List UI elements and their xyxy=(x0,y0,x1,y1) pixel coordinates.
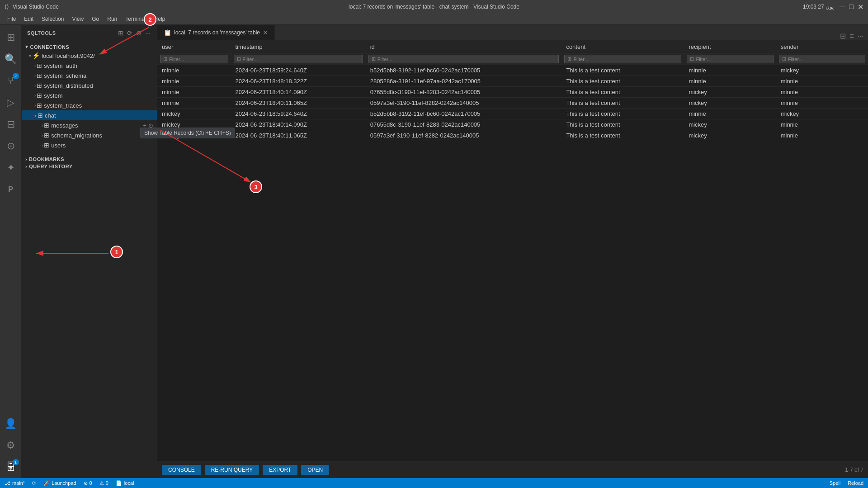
export-button[interactable]: EXPORT xyxy=(263,465,297,475)
activity-extensions[interactable]: ⊟ xyxy=(0,114,22,135)
disconnect-button[interactable]: ⊗ xyxy=(135,28,142,38)
refresh-connections-button[interactable]: ⟳ xyxy=(126,28,133,38)
tree-item-system-distributed[interactable]: › ⊞ system_distributed xyxy=(22,81,157,90)
filter-icon-user: ⊞ xyxy=(163,56,167,62)
activity-explorer[interactable]: ⊞ xyxy=(0,27,22,48)
table-container: user timestamp id content recipient send… xyxy=(157,41,868,461)
filter-input-timestamp[interactable]: ⊞ Filter... xyxy=(234,55,363,63)
tree-item-messages[interactable]: › ⊞ messages + ⊙ xyxy=(22,120,157,130)
console-button[interactable]: CONSOLE xyxy=(162,465,201,475)
table-row: minnie2024-06-23T18:48:18.322Z2805286a-3… xyxy=(157,76,868,87)
menu-view[interactable]: View xyxy=(68,15,87,23)
menu-run[interactable]: Run xyxy=(104,15,121,23)
title-bar-title: local: 7 records on 'messages' table - c… xyxy=(349,4,519,10)
tree-item-users[interactable]: › ⊞ users xyxy=(22,140,157,150)
menu-edit[interactable]: Edit xyxy=(20,15,37,23)
cell-content: This is a test content xyxy=(561,65,684,76)
table-header-row: user timestamp id content recipient send… xyxy=(157,41,868,53)
warning-icon: ⚠ xyxy=(99,480,104,486)
status-launchpad[interactable]: 🚀 Launchpad xyxy=(43,480,76,486)
activity-packages[interactable]: P xyxy=(0,179,22,200)
activity-run[interactable]: ▷ xyxy=(0,92,22,114)
filter-input-user[interactable]: ⊞ Filter... xyxy=(160,55,228,63)
open-button[interactable]: OPEN xyxy=(301,465,329,475)
menu-go[interactable]: Go xyxy=(88,15,103,23)
close-button[interactable]: ✕ xyxy=(857,4,863,10)
cell-id: b52d5bb8-3192-11ef-bc60-0242ac170005 xyxy=(366,109,562,119)
menu-help[interactable]: Help xyxy=(151,15,169,23)
tree-item-system[interactable]: › ⊞ system xyxy=(22,90,157,100)
branch-label: main* xyxy=(12,480,25,486)
chevron-messages: › xyxy=(42,123,43,128)
menu-terminal[interactable]: Terminal xyxy=(122,15,149,23)
tree-item-system-auth[interactable]: › ⊞ system_auth xyxy=(22,61,157,71)
app-name: Visual Studio Code xyxy=(13,4,59,10)
label-system: system xyxy=(44,92,62,99)
table-icon-schema-migrations: ⊞ xyxy=(44,132,49,139)
status-spell[interactable]: Spell xyxy=(830,480,840,486)
bookmarks-header[interactable]: › BOOKMARKS xyxy=(22,156,157,163)
cell-user: minnie xyxy=(157,65,231,76)
status-sync[interactable]: ⟳ xyxy=(32,480,36,486)
tree-item-schema-migrations[interactable]: › ⊞ schema_migrations xyxy=(22,130,157,140)
bookmarks-label: BOOKMARKS xyxy=(29,156,64,162)
activity-account[interactable]: 👤 xyxy=(0,413,22,435)
filter-input-id[interactable]: ⊞ Filter... xyxy=(368,55,559,63)
cell-recipient: minnie xyxy=(684,76,776,87)
cell-recipient: mickey xyxy=(684,119,776,130)
activity-search[interactable]: 🔍 xyxy=(0,48,22,70)
status-reload[interactable]: Reload xyxy=(848,480,863,486)
maximize-button[interactable]: □ xyxy=(848,4,854,10)
cell-id: 0597a3ef-3190-11ef-8282-0242ac140005 xyxy=(366,130,562,141)
connections-header[interactable]: ▾ CONNECTIONS xyxy=(22,43,157,51)
col-header-timestamp: timestamp xyxy=(231,41,366,53)
status-branch[interactable]: ⎇ main* xyxy=(5,480,25,486)
split-editor-button[interactable]: ⊞ xyxy=(840,32,846,40)
cell-id: b52d5bb8-3192-11ef-bc60-0242ac170005 xyxy=(366,65,562,76)
activity-database[interactable]: 🗄 1 xyxy=(0,456,22,478)
filter-placeholder-recipient: Filter... xyxy=(696,57,711,62)
add-connection-button[interactable]: ⊞ xyxy=(117,28,124,38)
cell-recipient: mickey xyxy=(684,87,776,98)
tree-item-system-schema[interactable]: › ⊞ system_schema xyxy=(22,71,157,81)
filter-placeholder-content: Filter... xyxy=(573,57,588,62)
window-controls[interactable]: ─ □ ✕ xyxy=(839,4,863,10)
cell-user: minnie xyxy=(157,98,231,109)
table-icon-system-distributed: ⊞ xyxy=(37,82,42,89)
filter-input-content[interactable]: ⊞ Filter... xyxy=(564,55,681,63)
bottom-toolbar: CONSOLE RE-RUN QUERY EXPORT OPEN 1-7 of … xyxy=(157,461,868,478)
menu-selection[interactable]: Selection xyxy=(38,15,67,23)
label-system-auth: system_auth xyxy=(44,62,77,69)
more-tabs-button[interactable]: ≡ xyxy=(849,32,854,40)
activity-settings[interactable]: ⚙ xyxy=(0,435,22,456)
connection-local[interactable]: ▾ ⚡ local localhost:9042/ xyxy=(22,51,157,61)
filter-input-recipient[interactable]: ⊞ Filter... xyxy=(687,55,773,63)
status-warnings[interactable]: ⚠ 0 xyxy=(99,480,108,486)
tab-options-button[interactable]: ··· xyxy=(858,32,863,40)
activity-source-control[interactable]: ⑂ 2 xyxy=(0,70,22,92)
chevron-system-auth: › xyxy=(34,63,36,68)
search-icon: 🔍 xyxy=(5,53,17,65)
activity-remote[interactable]: ⊙ xyxy=(0,135,22,157)
activity-gitlens[interactable]: ✦ xyxy=(0,157,22,179)
tree-item-system-traces[interactable]: › ⊞ system_traces xyxy=(22,100,157,110)
minimize-button[interactable]: ─ xyxy=(839,4,845,10)
tab-messages[interactable]: 📋 local: 7 records on 'messages' table ✕ xyxy=(157,25,275,40)
status-location[interactable]: 📄 local xyxy=(116,480,134,486)
status-errors[interactable]: ⊗ 0 xyxy=(84,480,92,486)
filter-input-sender[interactable]: ⊞ Filter... xyxy=(779,55,865,63)
more-options-button[interactable]: ··· xyxy=(144,28,151,38)
menu-file[interactable]: File xyxy=(4,15,19,23)
cell-content: This is a test content xyxy=(561,98,684,109)
rerun-query-button[interactable]: RE-RUN QUERY xyxy=(205,465,259,475)
status-bar: ⎇ main* ⟳ 🚀 Launchpad ⊗ 0 ⚠ 0 📄 local Sp… xyxy=(0,478,868,488)
location-label: local xyxy=(124,480,134,486)
col-header-recipient: recipient xyxy=(684,41,776,53)
tree-item-chat[interactable]: ▾ ⊞ chat xyxy=(22,110,157,120)
bookmarks-chevron: › xyxy=(25,156,27,162)
cell-timestamp: 2024-06-23T18:40:14.090Z xyxy=(231,119,366,130)
table-body: minnie2024-06-23T18:59:24.640Zb52d5bb8-3… xyxy=(157,65,868,141)
tab-close-button[interactable]: ✕ xyxy=(263,29,268,36)
query-history-header[interactable]: › QUERY HISTORY xyxy=(22,163,157,170)
folder-icon-chat: ⊞ xyxy=(38,112,43,119)
